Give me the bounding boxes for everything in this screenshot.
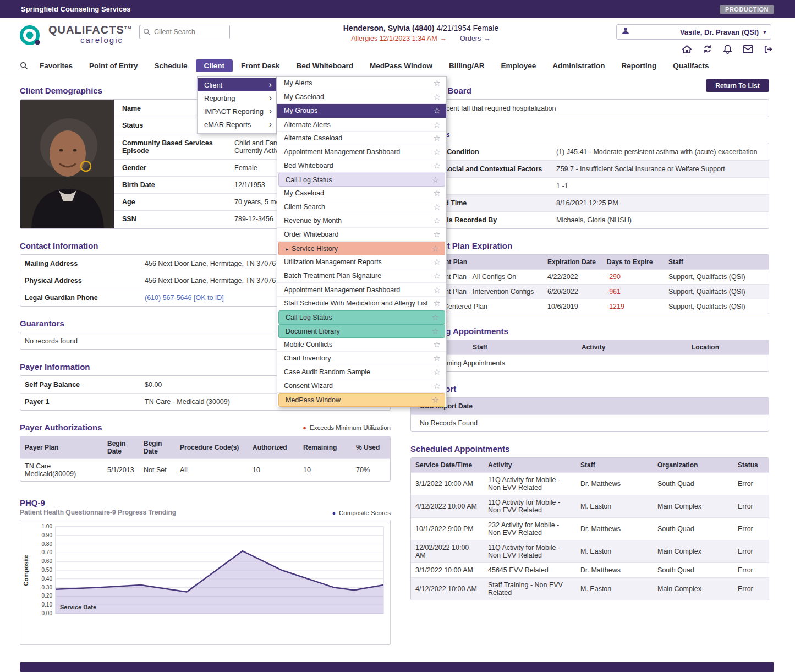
refresh-icon[interactable] bbox=[703, 44, 712, 54]
submenu-item-my-caseload[interactable]: My Caseload☆ bbox=[277, 90, 446, 104]
table-header-row: Payer Plan Begin Date Begin Date Procedu… bbox=[20, 436, 390, 458]
header-icon-row bbox=[682, 44, 773, 54]
chevron-right-icon: › bbox=[269, 107, 272, 116]
favorite-star-icon[interactable]: ☆ bbox=[434, 257, 441, 267]
nav-employee[interactable]: Employee bbox=[493, 59, 545, 72]
menu-item-emar-reports[interactable]: eMAR Reports › bbox=[198, 118, 276, 131]
favorite-star-icon[interactable]: ☆ bbox=[434, 78, 441, 88]
favorite-star-icon[interactable]: ☆ bbox=[434, 133, 441, 143]
favorite-star-icon[interactable]: ☆ bbox=[434, 381, 441, 391]
table-row: 3/1/2022 10:00 AM 45645 EVV Related Dr. … bbox=[411, 562, 769, 577]
favorite-star-icon[interactable]: ☆ bbox=[434, 353, 441, 363]
submenu-item-my-groups[interactable]: My Groups☆ bbox=[277, 104, 446, 118]
submenu-item-bed-whiteboard[interactable]: Bed Whiteboard☆ bbox=[277, 159, 446, 173]
submenu-item-consent-wizard[interactable]: Consent Wizard☆ bbox=[277, 379, 446, 393]
table-row: Date and Time 8/16/2021 12:25 PM bbox=[411, 194, 769, 211]
section-title-phq9: PHQ-9 bbox=[20, 498, 391, 507]
submenu-item-order-whiteboard[interactable]: Order Whiteboard☆ bbox=[277, 228, 446, 242]
client-search-input[interactable] bbox=[139, 25, 230, 39]
diagnosis-table: Medical Condition (1) J45.41 - Moderate … bbox=[410, 143, 769, 229]
favorite-star-icon[interactable]: ☆ bbox=[434, 120, 441, 130]
submenu-item-case-audit-random-sample[interactable]: Case Audit Random Sample☆ bbox=[277, 365, 446, 379]
nav-favorites[interactable]: Favorites bbox=[31, 59, 81, 72]
submenu-item-document-library[interactable]: Document Library☆ bbox=[278, 324, 445, 338]
table-header-row: Service Date/Time Activity Staff Organiz… bbox=[411, 458, 769, 472]
menu-item-reporting[interactable]: Reporting › bbox=[198, 91, 276, 105]
submenu-item-call-log-status-2[interactable]: Call Log Status☆ bbox=[278, 310, 445, 324]
favorite-star-icon[interactable]: ☆ bbox=[434, 285, 441, 295]
logout-icon[interactable] bbox=[764, 45, 773, 54]
menu-item-impact-reporting[interactable]: IMPACT Reporting › bbox=[198, 105, 276, 118]
phq9-chart: 0.000.100.200.300.400.500.600.700.800.90… bbox=[20, 520, 391, 645]
submenu-item-call-log-status[interactable]: Call Log Status☆ bbox=[278, 173, 445, 187]
client-banner: Henderson, Sylvia (4840) 4/21/1954 Femal… bbox=[297, 24, 545, 42]
favorite-star-icon[interactable]: ☆ bbox=[434, 202, 441, 212]
nav-medpass-window[interactable]: MedPass Window bbox=[361, 59, 441, 72]
favorite-star-icon[interactable]: ☆ bbox=[434, 92, 441, 102]
favorite-star-icon[interactable]: ☆ bbox=[434, 298, 441, 308]
nav-front-desk[interactable]: Front Desk bbox=[233, 59, 288, 72]
submenu-item-batch-treatment-plan-signature[interactable]: Batch Treatment Plan Signature☆ bbox=[277, 269, 446, 283]
nav-point-of-entry[interactable]: Point of Entry bbox=[81, 59, 146, 72]
nav-client[interactable]: Client bbox=[196, 59, 233, 72]
legend-dot-icon: ● bbox=[332, 510, 336, 516]
favorite-star-icon[interactable]: ☆ bbox=[434, 271, 441, 281]
submenu-item-staff-schedule-medication-allergy[interactable]: Staff Schedule With Medication and Aller… bbox=[277, 297, 446, 310]
submenu-item-appointment-management-dashboard-2[interactable]: Appointment Management Dashboard☆ bbox=[277, 283, 446, 297]
favorite-star-icon[interactable]: ☆ bbox=[434, 216, 441, 226]
favorite-star-icon[interactable]: ☆ bbox=[432, 313, 439, 323]
notifications-bell-icon[interactable] bbox=[723, 44, 732, 54]
svg-text:0.80: 0.80 bbox=[42, 541, 53, 547]
section-title-payer-authorizations: Payer Authorizations bbox=[20, 423, 102, 432]
svg-text:0.60: 0.60 bbox=[42, 558, 53, 564]
submenu-item-utilization-management-reports[interactable]: Utilization Management Reports☆ bbox=[277, 255, 446, 269]
nav-billing-ar[interactable]: Billing/AR bbox=[441, 59, 493, 72]
favorite-star-icon[interactable]: ☆ bbox=[432, 326, 439, 336]
submenu-item-my-alerts[interactable]: My Alerts☆ bbox=[277, 77, 446, 90]
favorite-star-icon[interactable]: ☆ bbox=[434, 367, 441, 377]
favorite-star-icon[interactable]: ☆ bbox=[432, 244, 439, 254]
submenu-item-chart-inventory[interactable]: Chart Inventory☆ bbox=[277, 352, 446, 365]
submenu-item-alternate-caseload[interactable]: Alternate Caseload☆ bbox=[277, 132, 446, 145]
submenu-item-mobile-conflicts[interactable]: Mobile Conflicts☆ bbox=[277, 338, 446, 352]
favorite-star-icon[interactable]: ☆ bbox=[434, 161, 441, 171]
expand-triangle-icon[interactable]: ▸ bbox=[286, 246, 288, 252]
submenu-item-alternate-alerts[interactable]: Alternate Alerts☆ bbox=[277, 118, 446, 132]
orders-link[interactable]: Orders→ bbox=[460, 35, 491, 42]
submenu-item-revenue-by-month[interactable]: Revenue by Month☆ bbox=[277, 214, 446, 228]
nav-qualifacts[interactable]: Qualifacts bbox=[665, 59, 717, 72]
table-row: Psychosocial and Contextual Factors Z59.… bbox=[411, 160, 769, 177]
favorite-star-icon[interactable]: ☆ bbox=[434, 106, 441, 116]
nav-reporting[interactable]: Reporting bbox=[613, 59, 665, 72]
submenu-item-my-caseload-2[interactable]: My Caseload☆ bbox=[277, 187, 446, 200]
nav-schedule[interactable]: Schedule bbox=[146, 59, 196, 72]
menu-item-client[interactable]: Client › bbox=[198, 78, 276, 91]
nav-administration[interactable]: Administration bbox=[544, 59, 613, 72]
favorite-star-icon[interactable]: ☆ bbox=[434, 188, 441, 198]
favorite-star-icon[interactable]: ☆ bbox=[432, 395, 439, 405]
svg-text:0.30: 0.30 bbox=[42, 584, 53, 591]
nav-search-icon[interactable] bbox=[20, 62, 28, 70]
submenu-item-client-search[interactable]: Client Search☆ bbox=[277, 200, 446, 214]
favorite-star-icon[interactable]: ☆ bbox=[432, 175, 439, 185]
favorite-star-icon[interactable]: ☆ bbox=[434, 230, 441, 239]
environment-badge: PRODUCTION bbox=[720, 5, 774, 14]
home-icon[interactable] bbox=[682, 45, 692, 54]
field-label: Self Pay Balance bbox=[20, 381, 145, 389]
return-to-list-button[interactable]: Return To List bbox=[706, 79, 769, 92]
nav-bed-whiteboard[interactable]: Bed Whiteboard bbox=[288, 59, 362, 72]
field-label: SSN bbox=[114, 215, 234, 223]
chevron-down-icon: ▾ bbox=[763, 29, 766, 35]
submenu-item-service-history[interactable]: ▸Service History☆ bbox=[278, 242, 445, 255]
table-row: 12/02/2022 10:00 AM 11Q Activity for Mob… bbox=[411, 540, 769, 562]
favorite-star-icon[interactable]: ☆ bbox=[434, 147, 441, 157]
user-menu[interactable]: Vasile, Dr. Pravan (QSI) ▾ bbox=[616, 24, 771, 40]
submenu-item-appointment-management-dashboard[interactable]: Appointment Management Dashboard☆ bbox=[277, 145, 446, 159]
allergies-link[interactable]: Allergies 12/1/2023 1:34 AM→ bbox=[351, 35, 447, 42]
favorite-star-icon[interactable]: ☆ bbox=[434, 340, 441, 349]
submenu-item-medpass-window[interactable]: MedPass Window☆ bbox=[278, 393, 445, 407]
messages-mail-icon[interactable] bbox=[743, 45, 753, 53]
message-board-panel: Had a recent fall that required hospital… bbox=[410, 99, 769, 117]
table-row: Treatment Plan - All Configs On 4/22/202… bbox=[411, 269, 769, 284]
svg-text:Service Date: Service Date bbox=[60, 604, 96, 610]
